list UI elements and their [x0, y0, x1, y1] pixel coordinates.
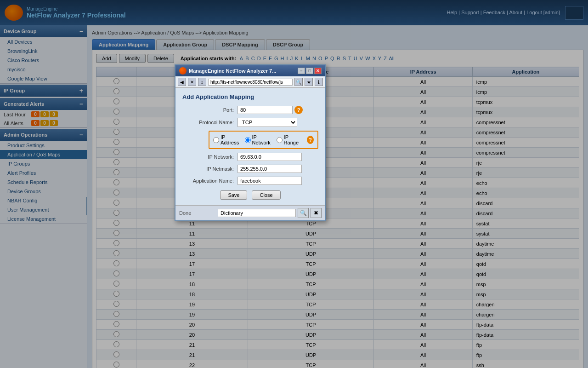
radio-ip-range[interactable]: IP Range: [277, 134, 300, 145]
browser-url-input[interactable]: [208, 79, 293, 86]
ip-type-help-icon[interactable]: ?: [307, 136, 314, 144]
modal-window: ManageEngine NetFlow Analyzer 7... − □ ✕…: [175, 64, 326, 221]
radio-ip-address-input[interactable]: [213, 137, 219, 143]
ip-network-input[interactable]: [237, 153, 302, 161]
app-name-label: Application Name:: [182, 178, 237, 184]
browser-home-btn[interactable]: ⌂: [198, 78, 206, 86]
footer-status: Done: [179, 210, 216, 216]
app-name-row: Application Name:: [182, 177, 318, 185]
app-name-input[interactable]: [237, 177, 302, 185]
modal-close-btn[interactable]: ✕: [314, 68, 322, 74]
radio-ip-address[interactable]: IP Address: [213, 134, 239, 145]
ip-network-label: IP Network:: [182, 154, 237, 160]
browser-back-btn[interactable]: ◀: [178, 78, 186, 86]
modal-heading: Add Application Mapping: [182, 93, 318, 100]
modal-browser-bar: ◀ ✕ ⌂ 🔍 ★ ℹ: [175, 76, 325, 88]
modal-logo-icon: [179, 67, 187, 75]
radio-ip-network[interactable]: IP Network: [245, 134, 271, 145]
browser-info-icon[interactable]: ℹ: [315, 78, 323, 86]
modal-close-action-btn[interactable]: Close: [252, 190, 280, 200]
radio-row: IP Address IP Network IP Range ?: [182, 131, 318, 149]
browser-search-icon[interactable]: 🔍: [294, 78, 303, 86]
modal-btn-row: Save Close: [182, 190, 318, 200]
footer-clear-btn[interactable]: ✖: [311, 208, 322, 218]
modal-content: Add Application Mapping Port: ? Protocol…: [175, 88, 325, 205]
radio-ip-network-input[interactable]: [245, 137, 251, 143]
footer-search-input[interactable]: [218, 209, 296, 217]
modal-restore-btn[interactable]: □: [306, 68, 313, 74]
modal-save-btn[interactable]: Save: [220, 190, 247, 200]
port-label: Port:: [182, 107, 237, 113]
ip-network-row: IP Network:: [182, 153, 318, 161]
modal-titlebar-icons: − □ ✕: [298, 68, 322, 74]
modal-title-text: ManageEngine NetFlow Analyzer 7...: [189, 68, 276, 74]
browser-stop-btn[interactable]: ✕: [188, 78, 196, 86]
footer-search-btn[interactable]: 🔍: [298, 208, 309, 218]
port-input[interactable]: [237, 106, 293, 114]
modal-overlay: ManageEngine NetFlow Analyzer 7... − □ ✕…: [0, 0, 588, 368]
radio-ip-range-input[interactable]: [277, 137, 283, 143]
modal-titlebar[interactable]: ManageEngine NetFlow Analyzer 7... − □ ✕: [175, 65, 325, 76]
protocol-label: Protocol Name:: [182, 120, 237, 125]
protocol-select[interactable]: TCP UDP ICMP: [237, 118, 297, 127]
protocol-row: Protocol Name: TCP UDP ICMP: [182, 118, 318, 127]
browser-star-icon[interactable]: ★: [305, 78, 313, 86]
ip-netmask-label: IP Netmask:: [182, 166, 237, 172]
port-row: Port: ?: [182, 106, 318, 114]
port-help-icon[interactable]: ?: [294, 106, 303, 114]
modal-footer: Done 🔍 ✖: [175, 205, 325, 220]
ip-netmask-row: IP Netmask:: [182, 165, 318, 173]
ip-netmask-input[interactable]: [237, 165, 302, 173]
modal-minimize-btn[interactable]: −: [298, 68, 305, 74]
ip-type-radio-group: IP Address IP Network IP Range ?: [209, 131, 318, 149]
